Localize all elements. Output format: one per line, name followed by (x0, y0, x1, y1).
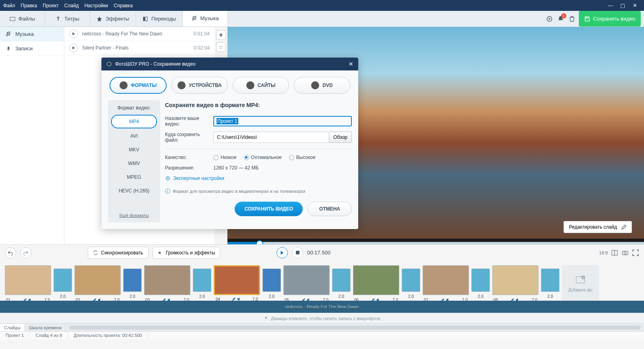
save-dialog: ФотоШОУ PRO - Сохранение видео ✕ ФОРМАТЫ… (101, 58, 358, 229)
svg-rect-12 (296, 251, 299, 254)
footer-tab-timeline[interactable]: Шкала времени (25, 324, 66, 331)
format-mpeg[interactable]: MPEG (111, 171, 157, 183)
slide-06[interactable]: 06 7.0 (353, 265, 399, 295)
video-name-input[interactable]: Проект 1 (213, 116, 352, 126)
delete-track-button[interactable] (216, 42, 226, 52)
transition-08[interactable]: 2.0 (541, 268, 559, 292)
save-video-confirm-button[interactable]: СОХРАНИТЬ ВИДЕО (235, 202, 303, 216)
fullscreen-icon[interactable] (632, 249, 639, 256)
svg-rect-3 (146, 17, 147, 21)
settings-icon[interactable] (546, 15, 553, 23)
redo-button[interactable] (20, 247, 31, 258)
mic-icon (264, 316, 268, 321)
horizontal-scrollbar[interactable] (69, 326, 641, 330)
quality-optimal[interactable]: Оптимальное (244, 155, 282, 160)
format-hevc[interactable]: HEVC (H.265) (111, 185, 157, 197)
dialog-titlebar: ФотоШОУ PRO - Сохранение видео ✕ (101, 58, 358, 70)
resolution-value: 1280 x 720 — 42 МБ (213, 165, 259, 171)
expert-settings-link[interactable]: Экспертные настройки (165, 176, 352, 181)
play-icon[interactable] (69, 43, 78, 52)
pencil-icon (621, 224, 627, 230)
dialog-close-button[interactable]: ✕ (349, 61, 353, 67)
app-icon (106, 61, 112, 67)
dialog-tab-formats[interactable]: ФОРМАТЫ (109, 77, 167, 94)
record-track[interactable]: Дважды кликните, чтобы начать запись с м… (0, 313, 644, 323)
play-button[interactable] (277, 247, 288, 258)
svg-rect-6 (8, 46, 9, 49)
tab-music[interactable]: Музыка (183, 11, 228, 27)
more-formats-link[interactable]: Ещё форматы (111, 213, 157, 218)
menu-file[interactable]: Файл (3, 3, 15, 8)
format-hint: i Формат для просмотра видео в медиаплее… (165, 188, 352, 194)
tab-music-label: Музыка (200, 15, 219, 21)
menu-help[interactable]: Справка (114, 3, 132, 8)
close-button[interactable]: ✕ (629, 2, 641, 8)
slide-02[interactable]: 02 7.0 (74, 265, 121, 295)
quality-low[interactable]: Низкое (213, 155, 237, 160)
tab-effects-label: Эффекты (105, 16, 129, 22)
layout-icon[interactable] (611, 249, 618, 256)
save-video-label: Сохранить видео (593, 16, 635, 22)
sidebar-item-music[interactable]: Музыка (0, 27, 64, 41)
volume-effects-button[interactable]: Громкость и эффекты (153, 247, 221, 259)
browse-button[interactable]: Обзор (329, 132, 352, 143)
dialog-tab-devices[interactable]: УСТРОЙСТВА (171, 77, 228, 94)
add-slide-button[interactable]: +Добавьте фо (562, 265, 599, 301)
music-track-0[interactable]: neilcross - Ready For The New Dawn 0:01:… (64, 27, 215, 41)
formats-icon (120, 81, 128, 89)
menu-edit[interactable]: Правка (21, 3, 37, 8)
svg-text:+: + (582, 275, 584, 279)
svg-text:i: i (167, 189, 168, 193)
tab-transitions[interactable]: Переходы (136, 11, 183, 27)
transition-04[interactable]: 2.0 (262, 268, 281, 292)
transition-01[interactable]: 2.0 (54, 268, 72, 292)
menu-project[interactable]: Проект (43, 3, 59, 8)
trash-icon[interactable] (568, 15, 576, 23)
slide-03[interactable]: 03 7.0 (144, 265, 190, 295)
controls-bar: Синхронизировать Громкость и эффекты 00:… (0, 244, 644, 260)
slide-05[interactable]: 05 7.0 (283, 265, 330, 295)
sidebar-item-recordings[interactable]: Записи (0, 41, 64, 56)
cancel-button[interactable]: ОТМЕНА (308, 202, 352, 216)
play-icon[interactable] (69, 29, 78, 38)
menu-settings[interactable]: Настройки (85, 3, 108, 8)
time-display: 00:17.500 (307, 250, 330, 256)
save-path-input[interactable] (213, 132, 329, 143)
maximize-button[interactable]: ▢ (617, 2, 629, 8)
aspect-ratio: 16:9 (599, 250, 608, 255)
devices-icon (178, 81, 186, 89)
camera-icon[interactable] (621, 249, 629, 256)
edit-slide-button[interactable]: Редактировать слайд (564, 221, 632, 233)
dialog-tab-dvd[interactable]: DVD (294, 77, 350, 94)
slide-01[interactable]: 01 7.5 (5, 265, 51, 295)
music-track-1[interactable]: Silent Partner - Finals 0:02:04 (64, 41, 215, 55)
transition-07[interactable]: 2.0 (471, 268, 490, 292)
quality-high[interactable]: Высокое (289, 155, 316, 160)
add-track-button[interactable]: + (216, 30, 226, 40)
dialog-tab-sites[interactable]: САЙТЫ (233, 77, 289, 94)
undo-button[interactable] (5, 247, 16, 258)
slide-04[interactable]: 04 7.0 (214, 265, 260, 295)
save-video-button[interactable]: Сохранить видео (579, 11, 641, 27)
format-avi[interactable]: AVI (111, 130, 157, 142)
tab-files[interactable]: Файлы (0, 11, 45, 27)
transition-03[interactable]: 2.0 (193, 268, 211, 292)
slide-08[interactable]: 08 7.0 (492, 265, 539, 295)
tab-titles[interactable]: TТитры (45, 11, 90, 27)
transition-06[interactable]: 2.0 (402, 268, 420, 292)
format-wmv[interactable]: WMV (111, 157, 157, 169)
footer-tab-slides[interactable]: Слайды (0, 324, 25, 331)
format-mp4[interactable]: MP4 (111, 115, 157, 128)
transition-02[interactable]: 2.0 (123, 268, 142, 292)
minimize-button[interactable]: — (605, 2, 617, 8)
preview-progress[interactable] (227, 242, 644, 244)
menu-slide[interactable]: Слайд (64, 3, 79, 8)
sync-button[interactable]: Синхронизировать (88, 247, 149, 259)
format-mkv[interactable]: MKV (111, 144, 157, 156)
stop-button[interactable] (292, 247, 303, 258)
slide-07[interactable]: 07 7.0 (423, 265, 469, 295)
transition-05[interactable]: 2.0 (332, 268, 351, 292)
audio-track[interactable]: neilcross - Ready For The New Dawn (0, 301, 644, 313)
tab-effects[interactable]: Эффекты (90, 11, 136, 27)
bell-icon[interactable]: 1 (557, 15, 564, 23)
